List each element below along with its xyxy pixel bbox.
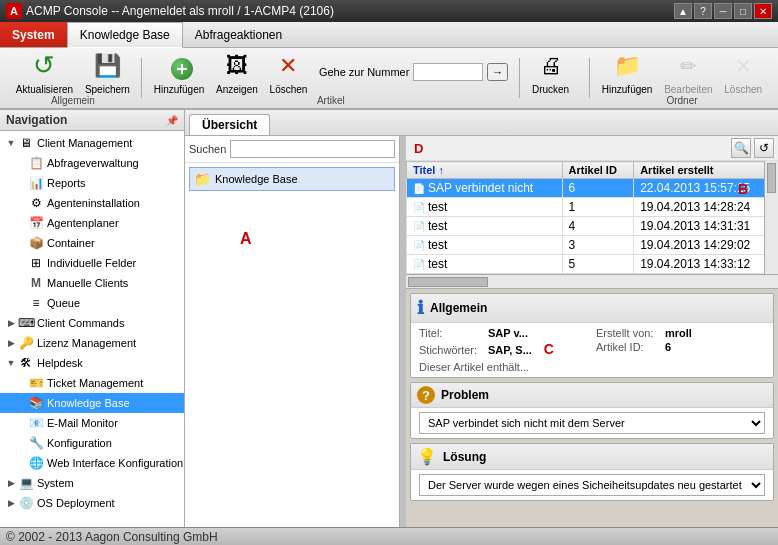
sidebar-item-container[interactable]: 📦 Container [0,233,184,253]
table-toolbar: D 🔍 ↺ [406,136,778,161]
tab-bar: Übersicht [185,110,778,136]
sidebar-item-helpdesk[interactable]: ▼ 🛠 Helpdesk [0,353,184,373]
problem-panel: ? Problem SAP verbindet sich nicht mit d… [410,382,774,439]
sidebar-item-web-interface[interactable]: 🌐 Web Interface Konfiguration [0,453,184,473]
tab-ubersicht[interactable]: Übersicht [189,114,270,135]
menu-knowledge-base[interactable]: Knowledge Base [67,22,183,48]
title-bar: A ACMP Console -- Angemeldet als mroll /… [0,0,778,22]
sidebar-item-agentenplaner[interactable]: 📅 Agentenplaner [0,213,184,233]
loesung-title: Lösung [443,450,486,464]
sidebar-item-konfiguration[interactable]: 🔧 Konfiguration [0,433,184,453]
folder-panel: Suchen 📁 Knowledge Base A [185,136,400,545]
window-help-btn[interactable]: ? [694,3,712,19]
scrollbar-thumb[interactable] [767,163,776,193]
h-scrollbar-thumb[interactable] [408,277,488,287]
allgemein-body: Titel: SAP v... Erstellt von: mroll Stic… [411,323,773,377]
sidebar-item-os-deployment[interactable]: ▶ 💿 OS Deployment [0,493,184,513]
refresh-icon: ↺ [28,50,60,82]
edit-folder-label: Bearbeiten [664,84,712,95]
stichwoerter-value: SAP, S... [488,344,532,356]
view-article-icon: 🖼 [221,50,253,82]
sidebar: Navigation 📌 ▼ 🖥 Client Management 📋 Abf… [0,110,185,545]
svg-rect-1 [177,68,187,70]
loesung-select[interactable]: Der Server wurde wegen eines Sicheiheits… [419,474,765,496]
window-up-btn[interactable]: ▲ [674,3,692,19]
detail-panels: ℹ Allgemein Titel: SAP v... Erstellt von [406,289,778,545]
navigation-label: Navigation [6,113,67,127]
goto-number-label: Gehe zur Nummer [319,66,409,78]
label-d: D [410,141,423,156]
sidebar-item-queue[interactable]: ≡ Queue [0,293,184,313]
artikel-id-row: Artikel ID: 6 [596,341,765,357]
problem-body: SAP verbindet sich nicht mit dem Server [411,408,773,438]
sidebar-item-reports[interactable]: 📊 Reports [0,173,184,193]
sidebar-item-manuelle-clients[interactable]: M Manuelle Clients [0,273,184,293]
question-icon: ? [417,386,435,404]
window-min-btn[interactable]: ─ [714,3,732,19]
sidebar-item-knowledge-base[interactable]: 📚 Knowledge Base [0,393,184,413]
goto-number-go-btn[interactable]: → [487,63,508,81]
sidebar-item-abfrageverwaltung[interactable]: 📋 Abfrageverwaltung [0,153,184,173]
search-input[interactable] [230,140,395,158]
search-icon-btn[interactable]: 🔍 [731,138,751,158]
delete-folder-icon: ✕ [727,50,759,82]
folder-item-knowledge-base[interactable]: 📁 Knowledge Base [189,167,395,191]
window-max-btn[interactable]: □ [734,3,752,19]
col-artikel-id[interactable]: Artikel ID [562,162,634,179]
loesung-panel: 💡 Lösung Der Server wurde wegen eines Si… [410,443,774,501]
menu-system[interactable]: System [0,22,67,47]
search-label: Suchen [189,143,226,155]
menu-bar: System Knowledge Base Abfrageaktionen [0,22,778,48]
menu-abfrageaktionen[interactable]: Abfrageaktionen [183,22,294,47]
table-row[interactable]: 📄test 3 19.04.2013 14:29:02 [407,236,778,255]
add-article-label: Hinzufügen [154,84,205,95]
allgemein-group-label: Allgemein [4,95,142,106]
horizontal-scrollbar[interactable] [406,274,778,288]
status-text: © 2002 - 2013 Aagon Consulting GmbH [6,530,218,544]
problem-select[interactable]: SAP verbindet sich nicht mit dem Server [419,412,765,434]
problem-header: ? Problem [411,383,773,408]
article-data-table: Titel ↑ Artikel ID Artikel erstellt 📄SAP… [406,161,778,274]
goto-number-input[interactable] [413,63,483,81]
table-row[interactable]: 📄test 1 19.04.2013 14:28:24 [407,198,778,217]
artikel-group-label: Artikel [142,95,520,106]
add-folder-icon: 📁 [611,50,643,82]
window-close-btn[interactable]: ✕ [754,3,772,19]
toolbar-group-artikel: Hinzufügen 🖼 Anzeigen ✕ Löschen Gehe zur… [142,50,520,106]
sidebar-item-client-commands[interactable]: ▶ ⌨ Client Commands [0,313,184,333]
table-scrollbar[interactable] [764,161,778,274]
search-bar: Suchen [185,136,399,163]
folder-label: Knowledge Base [215,173,298,185]
row-icon: 📄 [413,240,425,251]
erstellt-label: Erstellt von: [596,327,661,339]
refresh-icon-btn[interactable]: ↺ [754,138,774,158]
window-title: ACMP Console -- Angemeldet als mroll / 1… [26,4,334,18]
table-row[interactable]: 📄SAP verbindet nicht 6 22.04.2013 15:57:… [407,179,778,198]
right-panel: D 🔍 ↺ B Titel ↑ Artikel ID Artikel erste… [406,136,778,545]
sidebar-item-system[interactable]: ▶ 💻 System [0,473,184,493]
print-button[interactable]: 🖨 Drucken [526,48,575,109]
sidebar-item-ticket-management[interactable]: 🎫 Ticket Management [0,373,184,393]
sidebar-item-lizenz-management[interactable]: ▶ 🔑 Lizenz Management [0,333,184,353]
col-titel[interactable]: Titel ↑ [407,162,563,179]
title-bar-left: A ACMP Console -- Angemeldet als mroll /… [6,3,334,19]
delete-article-icon: ✕ [272,50,304,82]
sidebar-item-email-monitor[interactable]: 📧 E-Mail Monitor [0,413,184,433]
table-row[interactable]: 📄test 4 19.04.2013 14:31:31 [407,217,778,236]
sidebar-item-agenteninstallation[interactable]: ⚙ Agenteninstallation [0,193,184,213]
row-icon: 📄 [413,259,425,270]
window-controls: ▲ ? ─ □ ✕ [674,3,772,19]
titel-value: SAP v... [488,327,528,339]
expander-icon: ▼ [4,136,18,150]
table-row[interactable]: 📄test 5 19.04.2013 14:33:12 [407,255,778,274]
erstellt-value: mroll [665,327,692,339]
sidebar-tree: ▼ 🖥 Client Management 📋 Abfrageverwaltun… [0,131,184,545]
sidebar-item-label: Client Management [37,137,132,149]
article-table: D 🔍 ↺ B Titel ↑ Artikel ID Artikel erste… [406,136,778,289]
col-artikel-erstellt[interactable]: Artikel erstellt [634,162,778,179]
app-logo: A [6,3,22,19]
delete-folder-label: Löschen [724,84,762,95]
sidebar-item-client-management[interactable]: ▼ 🖥 Client Management [0,133,184,153]
goto-number-button[interactable]: Gehe zur Nummer → [313,61,514,95]
sidebar-item-individuelle-felder[interactable]: ⊞ Individuelle Felder [0,253,184,273]
